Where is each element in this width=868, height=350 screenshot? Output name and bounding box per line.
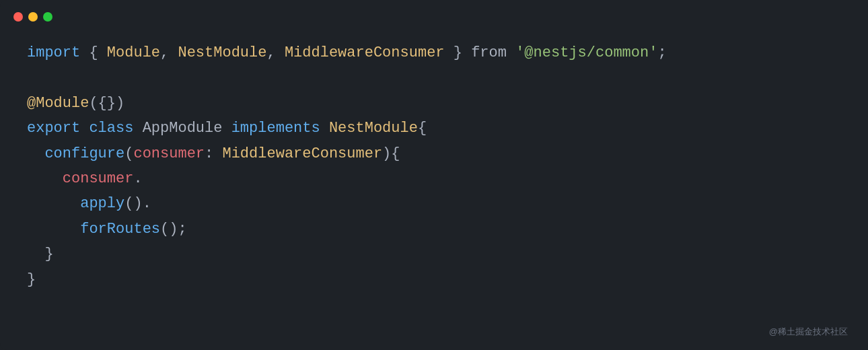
token-comma2: ,	[266, 40, 284, 65]
token-apply: apply	[80, 191, 124, 216]
token-paren2: ){	[382, 141, 400, 166]
line-close-class: }	[27, 267, 841, 292]
maximize-button[interactable]	[43, 12, 52, 22]
token-space1	[507, 40, 515, 65]
token-semi1: ;	[657, 40, 666, 65]
token-decorator: @Module	[27, 91, 89, 116]
watermark: @稀土掘金技术社区	[769, 326, 848, 338]
token-import: import	[27, 40, 80, 65]
token-class: class	[89, 116, 133, 141]
token-indent1	[27, 141, 44, 166]
token-brace-close: }	[445, 40, 472, 65]
code-editor: import { Module , NestModule , Middlewar…	[0, 34, 868, 306]
token-decorator-args: ({})	[89, 91, 124, 116]
token-export: export	[27, 116, 80, 141]
token-brace-open: {	[80, 40, 107, 65]
line-forroutes: forRoutes ();	[27, 217, 841, 242]
line-apply: apply ().	[27, 191, 841, 216]
token-dot1: .	[133, 166, 142, 191]
line-configure: configure ( consumer : MiddlewareConsume…	[27, 141, 841, 166]
blank-line-1	[27, 65, 841, 90]
token-consumer-var: consumer	[63, 166, 134, 191]
token-configure: configure	[44, 141, 124, 166]
token-string: '@nestjs/common'	[515, 40, 657, 65]
token-from: from	[471, 40, 507, 65]
token-close-configure: }	[27, 242, 54, 267]
token-sp2	[80, 116, 89, 141]
line-decorator: @Module ({})	[27, 91, 841, 116]
code-window: import { Module , NestModule , Middlewar…	[0, 0, 868, 350]
line-close-configure: }	[27, 242, 841, 267]
line-consumer: consumer .	[27, 166, 841, 191]
line-import: import { Module , NestModule , Middlewar…	[27, 40, 841, 65]
token-colon: :	[205, 141, 222, 166]
token-forroutes: forRoutes	[80, 217, 160, 242]
minimize-button[interactable]	[28, 12, 38, 22]
token-forroutes-args: ();	[160, 217, 187, 242]
token-indent2	[27, 166, 63, 191]
token-module: Module	[107, 40, 160, 65]
token-indent3	[27, 191, 80, 216]
token-middlewareconsumer: MiddlewareConsumer	[285, 40, 445, 65]
token-nestmodule: NestModule	[178, 40, 266, 65]
token-consumer-param: consumer	[133, 141, 205, 166]
token-paren1: (	[124, 141, 133, 166]
token-apply-args: ().	[124, 191, 151, 216]
close-button[interactable]	[13, 12, 23, 22]
token-indent4	[27, 217, 80, 242]
token-comma1: ,	[160, 40, 178, 65]
token-implements: implements	[231, 116, 320, 141]
token-brace-class: {	[418, 116, 427, 141]
token-nestmodule2: NestModule	[329, 116, 418, 141]
token-middlewareconsumer2: MiddlewareConsumer	[222, 141, 382, 166]
token-appmodule: AppModule	[133, 116, 231, 141]
titlebar	[0, 0, 868, 34]
line-export: export class AppModule implements NestMo…	[27, 116, 841, 141]
token-sp3	[320, 116, 329, 141]
token-close-class: }	[27, 267, 36, 292]
